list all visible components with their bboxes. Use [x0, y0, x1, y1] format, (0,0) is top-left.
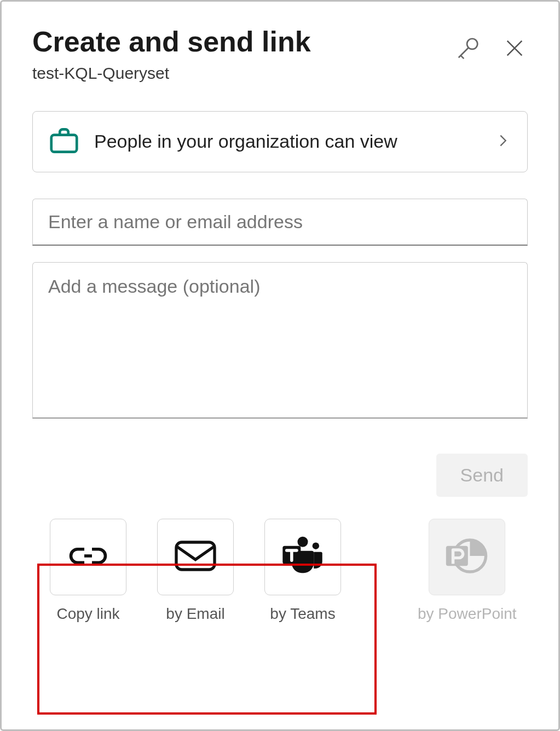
share-actions-row: Copy link by Email	[32, 519, 528, 623]
header-titles: Create and send link test-KQL-Queryset	[32, 26, 453, 83]
send-row: Send	[32, 454, 528, 497]
copy-link-box	[50, 519, 126, 595]
by-powerpoint-action[interactable]: by PowerPoint	[418, 519, 517, 623]
message-input[interactable]	[32, 262, 528, 419]
link-icon	[65, 542, 111, 572]
by-email-label: by Email	[166, 605, 224, 623]
permission-settings-row[interactable]: People in your organization can view	[32, 111, 528, 172]
by-email-action[interactable]: by Email	[157, 519, 234, 623]
permission-text: People in your organization can view	[94, 127, 495, 155]
dialog-subtitle: test-KQL-Queryset	[32, 64, 453, 83]
briefcase-icon	[47, 124, 81, 160]
svg-point-4	[313, 542, 319, 549]
chevron-right-icon	[495, 129, 511, 155]
close-button[interactable]	[501, 35, 528, 61]
send-button[interactable]: Send	[436, 454, 528, 497]
svg-rect-2	[176, 542, 215, 570]
teams-icon	[279, 533, 327, 581]
dialog-title: Create and send link	[32, 26, 453, 59]
dialog-header: Create and send link test-KQL-Queryset	[32, 26, 528, 83]
by-teams-label: by Teams	[270, 605, 335, 623]
svg-rect-1	[51, 135, 77, 152]
svg-point-3	[297, 537, 308, 547]
by-teams-action[interactable]: by Teams	[264, 519, 341, 623]
recipient-input[interactable]	[32, 199, 528, 246]
header-actions	[453, 33, 528, 63]
copy-link-label: Copy link	[56, 605, 119, 623]
key-icon	[455, 36, 481, 61]
by-email-box	[157, 519, 234, 595]
copy-link-action[interactable]: Copy link	[50, 519, 126, 623]
mail-icon	[172, 539, 218, 575]
share-dialog: Create and send link test-KQL-Queryset	[0, 0, 560, 731]
powerpoint-icon	[443, 534, 491, 580]
close-icon	[504, 37, 526, 59]
by-powerpoint-box	[429, 519, 505, 595]
by-teams-box	[264, 519, 341, 595]
permissions-key-button[interactable]	[453, 33, 483, 63]
by-powerpoint-label: by PowerPoint	[418, 605, 517, 623]
